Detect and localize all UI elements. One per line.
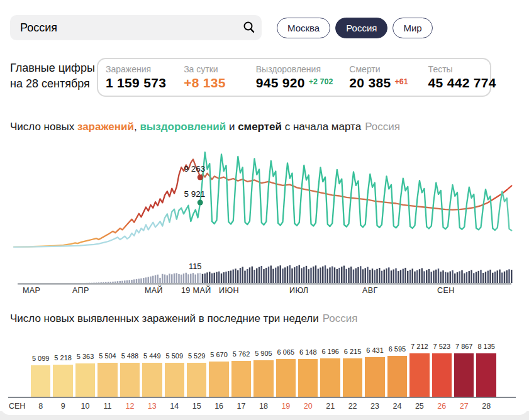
day-label-9: 9 [53, 402, 72, 411]
bar-9[interactable]: 5 218 [53, 343, 72, 397]
bar-11[interactable]: 5 504 [97, 343, 117, 397]
bar-value-label: 6 595 [389, 345, 406, 353]
day-label-21: 21 [320, 402, 340, 411]
svg-text:АВГ: АВГ [362, 286, 378, 295]
stat-label: За сутки [184, 64, 226, 74]
stat-заражения: Заражения1 159 573 [106, 64, 166, 91]
bar-10[interactable]: 5 363 [75, 343, 95, 397]
bottom-axis-month-label: СЕН [9, 402, 25, 411]
svg-text:ИЮЛ: ИЮЛ [289, 286, 308, 295]
bar-value-label: 5 218 [54, 354, 72, 362]
bar-13[interactable]: 5 449 [142, 343, 162, 397]
day-label-16: 16 [209, 402, 228, 411]
bar-value-label: 5 670 [210, 351, 228, 358]
infections-line[interactable] [14, 159, 511, 246]
tab-россия[interactable]: Россия [335, 18, 387, 38]
bar-value-label: 7 523 [433, 343, 451, 350]
bar-rect[interactable] [165, 363, 184, 397]
bar-rect[interactable] [365, 357, 384, 397]
bar-rect[interactable] [120, 363, 140, 397]
recoveries-line[interactable] [14, 152, 511, 247]
search-icon[interactable] [237, 15, 262, 40]
bar-15[interactable]: 5 529 [187, 343, 206, 397]
day-label-26: 26 [432, 402, 452, 411]
title-part: Число новых [10, 121, 77, 133]
search-input[interactable] [10, 15, 237, 40]
bar-value-label: 6 431 [366, 346, 384, 354]
annotation-dot-infections[interactable] [198, 175, 203, 180]
main-chart-title: Число новых заражений, выздоровлений и с… [10, 121, 400, 133]
bar-rect[interactable] [343, 358, 362, 397]
bar-rect[interactable] [454, 353, 474, 397]
summary-title-line2: на 28 сентября [10, 76, 95, 92]
bar-rect[interactable] [432, 353, 452, 397]
region-label: Россия [323, 312, 358, 324]
bar-rect[interactable] [187, 363, 206, 397]
stat-label: Тесты [428, 64, 496, 74]
bar-value-label: 7 212 [411, 343, 428, 350]
bar-25[interactable]: 7 212 [409, 343, 429, 397]
day-label-22: 22 [343, 402, 362, 411]
bar-18[interactable]: 5 905 [253, 343, 273, 397]
stat-delta: +61 [394, 77, 408, 86]
bar-14[interactable]: 5 509 [165, 343, 184, 397]
bar-value-label: 5 762 [233, 350, 250, 358]
bar-8[interactable]: 5 099 [31, 343, 50, 397]
bar-17[interactable]: 5 762 [231, 343, 251, 397]
bar-rect[interactable] [387, 356, 407, 397]
bar-rect[interactable] [231, 361, 251, 397]
tab-мир[interactable]: Мир [393, 18, 432, 38]
bar-21[interactable]: 6 196 [320, 343, 340, 397]
stat-label: Выздоровления [256, 64, 333, 74]
tab-москва[interactable]: Москва [277, 18, 330, 38]
bottom-chart-title: Число новых выявленных заражений в после… [10, 312, 358, 325]
bar-value-label: 5 099 [32, 355, 50, 362]
day-label-13: 13 [142, 402, 162, 411]
annotation-dot-recoveries[interactable] [198, 200, 203, 206]
bar-24[interactable]: 6 595 [387, 343, 407, 397]
title-part: смертей [238, 121, 282, 133]
bar-12[interactable]: 5 488 [120, 343, 140, 397]
bar-rect[interactable] [97, 363, 117, 397]
stat-value: 20 385+61 [349, 75, 408, 91]
day-label-10: 10 [75, 402, 95, 411]
summary-title: Главные цифры на 28 сентября [10, 60, 95, 92]
bar-rect[interactable] [31, 365, 50, 397]
bar-22[interactable]: 6 215 [343, 343, 362, 397]
bar-rect[interactable] [253, 360, 273, 397]
bar-20[interactable]: 6 148 [298, 343, 318, 397]
title-part: выздоровлений [140, 121, 226, 133]
bar-23[interactable]: 6 431 [365, 343, 384, 397]
day-label-28: 28 [476, 402, 496, 411]
bar-value-label: 5 529 [188, 352, 206, 360]
bar-28[interactable]: 8 135 [476, 343, 496, 397]
bar-rect[interactable] [298, 359, 318, 397]
bar-rect[interactable] [409, 353, 429, 397]
bar-19[interactable]: 6 065 [276, 343, 296, 397]
bar-16[interactable]: 5 670 [209, 343, 228, 397]
day-label-12: 12 [120, 402, 140, 411]
bar-value-label: 5 488 [121, 352, 139, 360]
bar-rect[interactable] [476, 353, 496, 397]
annotation-infections: 9 263 [184, 164, 205, 174]
bar-rect[interactable] [320, 358, 340, 397]
svg-text:ИЮН: ИЮН [219, 286, 239, 295]
bar-rect[interactable] [209, 362, 228, 397]
bar-rect[interactable] [276, 359, 296, 397]
bar-27[interactable]: 7 867 [454, 343, 474, 397]
bar-value-label: 6 215 [344, 348, 362, 355]
title-part: Число новых выявленных заражений в после… [10, 312, 319, 324]
bar-rect[interactable] [53, 365, 72, 397]
bar-26[interactable]: 7 523 [432, 343, 452, 397]
bar-rect[interactable] [75, 363, 95, 397]
bar-value-label: 5 504 [99, 352, 116, 360]
bar-rect[interactable] [142, 363, 162, 397]
summary-title-line1: Главные цифры [10, 60, 95, 76]
search-box[interactable] [10, 15, 262, 40]
bar-value-label: 5 905 [255, 350, 272, 357]
main-chart[interactable]: МАРАПРМАЙ19 МАЙИЮНИЮЛАВГСЕН9 2635 921115 [0, 143, 529, 299]
day-label-23: 23 [365, 402, 384, 411]
bar-value-label: 5 363 [77, 353, 94, 360]
day-label-20: 20 [298, 402, 318, 411]
svg-text:АПР: АПР [72, 286, 89, 295]
